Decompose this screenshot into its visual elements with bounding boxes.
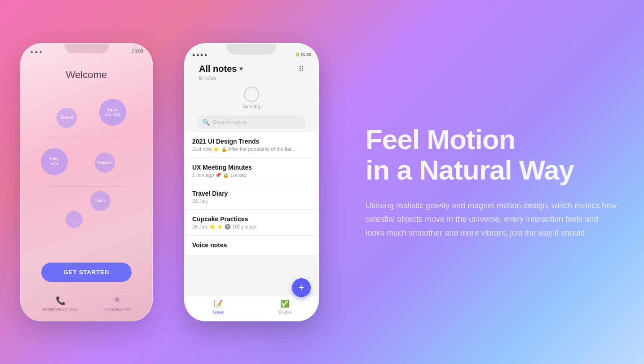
phone-left: ▲▲▲ 08:08 Welcome Suomi Srpski(latinica)… [20,43,153,321]
menu-dots-icon[interactable]: ⠿ [299,65,304,73]
search-icon: 🔍 [203,119,210,126]
note-item-4[interactable]: Voice notes [185,236,318,256]
lang-bubble-svenska[interactable]: Svenska [95,153,115,173]
right-time-battery: 🔋 08:08 [295,52,311,57]
right-notch [227,44,276,55]
bottom-nav: 📝 Notes ✅ To-dos [185,295,318,320]
note-meta-1: 1 min ago 📌 🔒 Locked [192,172,311,178]
fab-add-button[interactable]: + [292,278,311,297]
app-header: All notes ▾ ⠿ [192,60,311,74]
note-item-0[interactable]: 2021 UI Design Trends Just now ⭐ 🔒 After… [185,132,318,158]
left-time: 08:08 [132,49,143,54]
divider-top [48,137,124,137]
lang-bubble-srpski[interactable]: Srpski(latinica) [99,99,126,126]
headline-line2: in a Natural Way [366,154,574,185]
left-signal: ▲▲▲ [30,49,43,54]
get-started-button[interactable]: GET STARTED [41,263,132,282]
right-top-area: ▲▲▲▲ 🔋 08:08 All notes ▾ ⠿ 6 notes Synci… [185,44,318,132]
note-title-3: Cupcake Practices [192,215,311,223]
todos-nav-icon: ✅ [280,299,290,309]
sync-area: Syncing [192,81,311,113]
notes-count: 6 notes [192,75,311,81]
left-notch [64,44,109,53]
note-meta-0: Just now ⭐ 🔒 After the popularity of the… [192,146,311,152]
note-item-2[interactable]: Travel Diary 28 July [185,184,318,210]
left-phone-title: Welcome [66,69,107,81]
note-meta-3: 28 July ⭐ ⚡ 🔘 100g sugar [192,224,311,230]
text-section: Feel Motion in a Natural Way Utilising r… [366,124,617,240]
todos-nav-label: To-dos [278,310,291,315]
phone-right: ▲▲▲▲ 🔋 08:08 All notes ▾ ⠿ 6 notes Synci… [184,43,319,321]
note-title-0: 2021 UI Design Trends [192,138,311,145]
reading-aid-item[interactable]: 👁 READING AID [105,296,131,312]
sync-circle-icon [244,87,259,102]
lang-bubble-suomi[interactable]: Suomi [57,108,77,128]
right-signal: ▲▲▲▲ [192,52,208,57]
emergency-label: EMERGENCY CALL [42,307,79,312]
phone-icon: 📞 [56,296,66,306]
body-text: Utilising realistic gravity and magnet m… [366,199,617,240]
lang-bubble-yarak[interactable]: Yarak [90,191,110,211]
note-title-1: UX Meeting Minutes [192,164,311,171]
headline-line1: Feel Motion [366,123,515,154]
notes-nav-label: Notes [212,310,224,315]
note-title-4: Voice notes [192,241,311,249]
emergency-call-item[interactable]: 📞 EMERGENCY CALL [42,296,79,312]
notes-list: 2021 UI Design Trends Just now ⭐ 🔒 After… [185,132,318,295]
search-placeholder: Search notes [212,119,247,126]
left-footer: 📞 EMERGENCY CALL 👁 READING AID [21,291,152,321]
nav-todos[interactable]: ✅ To-dos [251,299,318,315]
language-bubbles-container: Suomi Srpski(latinica) TiếngViệt Svenska… [21,90,152,263]
eye-icon: 👁 [114,296,122,305]
search-bar[interactable]: 🔍 Search notes [197,115,306,129]
dropdown-arrow-icon[interactable]: ▾ [239,65,243,72]
lang-bubble-viet[interactable]: TiếngViệt [41,148,68,175]
lang-bubble-extra[interactable] [66,211,83,228]
note-meta-2: 28 July [192,198,311,204]
all-notes-title[interactable]: All notes ▾ [199,64,243,74]
note-title-2: Travel Diary [192,190,311,197]
note-item-1[interactable]: UX Meeting Minutes 1 min ago 📌 🔒 Locked [185,158,318,184]
divider-bottom [48,186,124,187]
note-item-3[interactable]: Cupcake Practices 28 July ⭐ ⚡ 🔘 100g sug… [185,210,318,236]
nav-notes[interactable]: 📝 Notes [185,299,251,315]
notes-nav-icon: 📝 [213,299,223,309]
sync-label: Syncing [243,104,260,109]
headline: Feel Motion in a Natural Way [366,124,617,185]
reading-aid-label: READING AID [105,307,131,311]
